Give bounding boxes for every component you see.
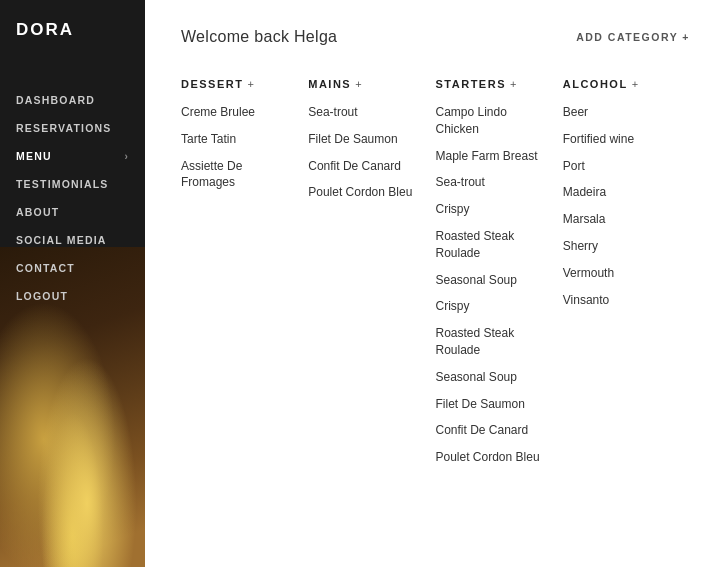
list-item[interactable]: Madeira [563, 184, 674, 201]
list-item[interactable]: Creme Brulee [181, 104, 292, 121]
category-name-alcohol: ALCOHOL [563, 78, 628, 90]
sidebar-item-testimonials[interactable]: TESTIMONIALS [0, 170, 145, 198]
list-item[interactable]: Poulet Cordon Bleu [308, 184, 419, 201]
list-item[interactable]: Assiette De Fromages [181, 158, 292, 192]
list-item[interactable]: Filet De Saumon [308, 131, 419, 148]
list-item[interactable]: Sherry [563, 238, 674, 255]
list-item[interactable]: Beer [563, 104, 674, 121]
list-item[interactable]: Vermouth [563, 265, 674, 282]
category-title-alcohol: ALCOHOL + [563, 78, 674, 90]
list-item[interactable]: Confit De Canard [308, 158, 419, 175]
category-col-mains: MAINS +Sea-troutFilet De SaumonConfit De… [308, 78, 435, 466]
list-item[interactable]: Crispy [436, 201, 547, 218]
main-header: Welcome back Helga ADD CATEGORY + [181, 28, 690, 46]
list-item[interactable]: Marsala [563, 211, 674, 228]
sidebar-item-about[interactable]: ABOUT [0, 198, 145, 226]
category-col-alcohol: ALCOHOL +BeerFortified winePortMadeiraMa… [563, 78, 690, 466]
sidebar-item-logout[interactable]: LOGOUT [0, 282, 145, 310]
list-item[interactable]: Seasonal Soup [436, 272, 547, 289]
list-item[interactable]: Roasted Steak Roulade [436, 228, 547, 262]
category-name-dessert: DESSERT [181, 78, 243, 90]
category-items-mains: Sea-troutFilet De SaumonConfit De Canard… [308, 104, 419, 201]
sidebar-nav: DASHBOARDRESERVATIONSMENU›TESTIMONIALSAB… [0, 86, 145, 310]
category-add-starters[interactable]: + [510, 78, 518, 90]
list-item[interactable]: Crispy [436, 298, 547, 315]
list-item[interactable]: Maple Farm Breast [436, 148, 547, 165]
category-col-dessert: DESSERT +Creme BruleeTarte TatinAssiette… [181, 78, 308, 466]
list-item[interactable]: Filet De Saumon [436, 396, 547, 413]
category-name-mains: MAINS [308, 78, 351, 90]
list-item[interactable]: Seasonal Soup [436, 369, 547, 386]
list-item[interactable]: Fortified wine [563, 131, 674, 148]
category-col-starters: STARTERS +Campo Lindo ChickenMaple Farm … [436, 78, 563, 466]
sidebar-item-contact[interactable]: CONTACT [0, 254, 145, 282]
category-title-dessert: DESSERT + [181, 78, 292, 90]
list-item[interactable]: Vinsanto [563, 292, 674, 309]
list-item[interactable]: Tarte Tatin [181, 131, 292, 148]
sidebar: DORA DASHBOARDRESERVATIONSMENU›TESTIMONI… [0, 0, 145, 567]
category-title-starters: STARTERS + [436, 78, 547, 90]
chevron-right-icon: › [124, 151, 129, 162]
sidebar-item-menu[interactable]: MENU› [0, 142, 145, 170]
category-title-mains: MAINS + [308, 78, 419, 90]
sidebar-item-dashboard[interactable]: DASHBOARD [0, 86, 145, 114]
sidebar-item-social-media[interactable]: SOCIAL MEDIA [0, 226, 145, 254]
category-add-dessert[interactable]: + [247, 78, 255, 90]
categories-grid: DESSERT +Creme BruleeTarte TatinAssiette… [181, 78, 690, 466]
welcome-message: Welcome back Helga [181, 28, 337, 46]
list-item[interactable]: Roasted Steak Roulade [436, 325, 547, 359]
category-add-mains[interactable]: + [355, 78, 363, 90]
list-item[interactable]: Port [563, 158, 674, 175]
main-content: Welcome back Helga ADD CATEGORY + DESSER… [145, 0, 726, 567]
category-items-dessert: Creme BruleeTarte TatinAssiette De Froma… [181, 104, 292, 191]
list-item[interactable]: Poulet Cordon Bleu [436, 449, 547, 466]
list-item[interactable]: Sea-trout [436, 174, 547, 191]
category-name-starters: STARTERS [436, 78, 506, 90]
category-items-starters: Campo Lindo ChickenMaple Farm BreastSea-… [436, 104, 547, 466]
app-logo: DORA [0, 0, 145, 56]
sidebar-item-reservations[interactable]: RESERVATIONS [0, 114, 145, 142]
list-item[interactable]: Campo Lindo Chicken [436, 104, 547, 138]
list-item[interactable]: Sea-trout [308, 104, 419, 121]
list-item[interactable]: Confit De Canard [436, 422, 547, 439]
category-add-alcohol[interactable]: + [632, 78, 640, 90]
category-items-alcohol: BeerFortified winePortMadeiraMarsalaSher… [563, 104, 674, 308]
add-category-button[interactable]: ADD CATEGORY + [576, 31, 690, 43]
